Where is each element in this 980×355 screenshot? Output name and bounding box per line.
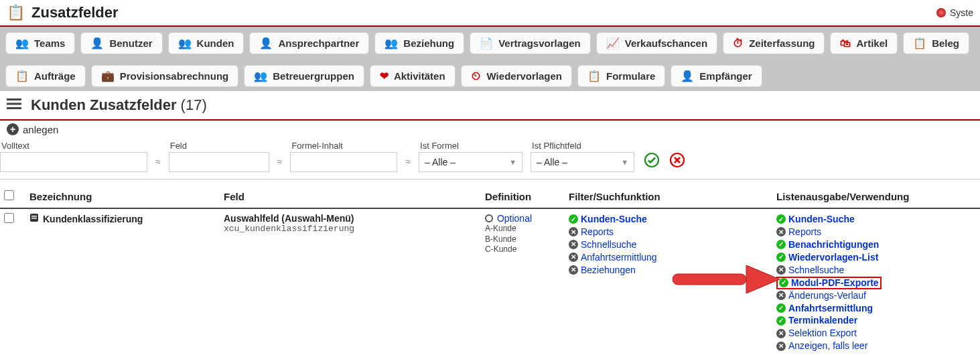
feature-toggle[interactable]: ✕Beziehungen	[569, 264, 776, 277]
tab-label: Wiedervorlagen	[487, 70, 562, 82]
feature-toggle[interactable]: ✕Anzeigen, falls leer	[776, 340, 976, 352]
tab-zeiterfassung[interactable]: ⏱Zeiterfassung	[723, 32, 825, 54]
tab-icon: 👤	[259, 37, 273, 50]
feature-link[interactable]: Reports	[581, 226, 614, 238]
x-icon: ✕	[569, 253, 578, 262]
tab-ansprechpartner[interactable]: 👤Ansprechpartner	[249, 32, 369, 54]
feature-link[interactable]: Terminkalender	[788, 314, 857, 327]
x-icon: ✕	[569, 240, 578, 249]
col-bezeichnung[interactable]: Bezeichnung	[29, 191, 224, 202]
row-name[interactable]: Kundenklassifizierung	[29, 213, 224, 224]
col-filter[interactable]: Filter/Suchfunktion	[569, 191, 776, 202]
filter-formel-label: Formel-Inhalt	[290, 141, 397, 152]
svg-rect-1	[7, 102, 21, 104]
tab-label: Artikel	[856, 38, 888, 49]
tab-formulare[interactable]: 📋Formulare	[577, 65, 665, 87]
filter-bar: Volltext ≈ Feld ≈ Formel-Inhalt ≈ Ist Fo…	[0, 138, 980, 180]
feature-link[interactable]: Modul-PDF-Exporte	[791, 277, 879, 289]
section-title: Kunden Zusatzfelder	[31, 96, 177, 114]
filter-istformel-select[interactable]: – Alle – ▼	[419, 152, 522, 172]
tab-aufträge[interactable]: 📋Aufträge	[5, 65, 86, 87]
tab-label: Formulare	[606, 70, 655, 82]
clear-filter-button[interactable]	[669, 152, 685, 172]
feature-link[interactable]: Selektion Export	[788, 327, 857, 340]
feature-toggle[interactable]: ✕Reports	[776, 226, 976, 238]
select-all-checkbox[interactable]	[4, 190, 14, 200]
tab-beleg[interactable]: 📋Beleg	[903, 32, 969, 54]
approx-icon: ≈	[405, 156, 411, 172]
filter-formel-input[interactable]	[290, 152, 397, 172]
definition-link[interactable]: Optional	[497, 213, 532, 224]
tab-empfänger[interactable]: 👤Empfänger	[671, 65, 762, 87]
tab-artikel[interactable]: 🛍Artikel	[830, 32, 898, 54]
chevron-down-icon: ▼	[621, 158, 628, 166]
x-icon: ✕	[776, 227, 786, 236]
feature-toggle[interactable]: ✕Reports	[569, 226, 776, 238]
feature-link[interactable]: Kunden-Suche	[788, 213, 855, 226]
tab-icon: 👥	[15, 37, 29, 50]
tab-aktivitäten[interactable]: ❤Aktivitäten	[370, 65, 456, 87]
field-icon	[29, 213, 39, 224]
feature-link[interactable]: Reports	[788, 226, 821, 238]
toolbar: + anlegen	[0, 121, 980, 138]
feature-toggle[interactable]: ✓Benachrichtigungen	[776, 238, 976, 251]
feature-link[interactable]: Änderungs-Verlauf	[788, 289, 866, 302]
feature-toggle[interactable]: ✕Anfahrtsermittlung	[569, 251, 776, 264]
feature-link[interactable]: Beziehungen	[581, 264, 636, 277]
feature-toggle[interactable]: ✓Modul-PDF-Exporte	[779, 277, 879, 289]
feature-toggle[interactable]: ✕Änderungs-Verlauf	[776, 289, 976, 302]
filter-feld-input[interactable]	[169, 152, 269, 172]
tab-vertragsvorlagen[interactable]: 📄Vertragsvorlagen	[470, 32, 591, 54]
feature-link[interactable]: Anfahrtsermittlung	[788, 302, 873, 315]
tab-label: Verkaufschancen	[625, 38, 707, 49]
feature-link[interactable]: Schnellsuche	[581, 238, 636, 251]
filter-volltext-input[interactable]	[0, 152, 147, 172]
feature-link[interactable]: Schnellsuche	[788, 264, 844, 277]
add-button[interactable]: + anlegen	[7, 123, 58, 135]
tab-wiedervorlagen[interactable]: ⏲Wiedervorlagen	[461, 65, 572, 87]
feature-toggle[interactable]: ✓Kunden-Suche	[569, 213, 776, 226]
tab-icon: 📋	[15, 70, 29, 82]
col-output[interactable]: Listenausgabe/Verwendung	[776, 191, 976, 202]
tab-label: Aktivitäten	[394, 70, 445, 82]
tab-benutzer[interactable]: 👤Benutzer	[80, 32, 162, 54]
feature-link[interactable]: Wiedervorlagen-List	[788, 251, 878, 264]
approx-icon: ≈	[155, 156, 161, 172]
tab-label: Vertragsvorlagen	[498, 38, 581, 49]
tab-icon: 💼	[101, 70, 115, 82]
feature-toggle[interactable]: ✕Schnellsuche	[569, 238, 776, 251]
tab-teams[interactable]: 👥Teams	[5, 32, 75, 54]
x-icon: ✕	[776, 342, 786, 351]
feature-link[interactable]: Anfahrtsermittlung	[581, 251, 657, 264]
tab-kunden[interactable]: 👥Kunden	[168, 32, 244, 54]
feature-link[interactable]: Benachrichtigungen	[788, 238, 879, 251]
feature-toggle[interactable]: ✓Wiedervorlagen-List	[776, 251, 976, 264]
x-icon: ✕	[569, 227, 578, 236]
col-definition[interactable]: Definition	[485, 191, 569, 202]
col-feld[interactable]: Feld	[224, 191, 485, 202]
definition-values: A-KundeB-KundeC-Kunde	[485, 224, 569, 255]
feature-link[interactable]: Kunden-Suche	[581, 213, 647, 226]
row-name-text: Kundenklassifizierung	[43, 214, 143, 224]
tab-label: Aufträge	[34, 70, 76, 82]
tab-betreuergruppen[interactable]: 👥Betreuergruppen	[244, 65, 364, 87]
tab-verkaufschancen[interactable]: 📈Verkaufschancen	[596, 32, 717, 54]
x-icon: ✕	[776, 329, 786, 338]
filter-istpflicht-select[interactable]: – Alle – ▼	[531, 152, 634, 172]
list-icon	[7, 98, 21, 113]
apply-filter-button[interactable]	[644, 152, 660, 172]
tab-beziehung[interactable]: 👥Beziehung	[374, 32, 464, 54]
tab-label: Ansprechpartner	[278, 38, 359, 49]
section-count: (17)	[181, 96, 207, 114]
tab-provisionsabrechnung[interactable]: 💼Provisionsabrechnung	[91, 65, 239, 87]
feature-toggle[interactable]: ✓Anfahrtsermittlung	[776, 302, 976, 315]
svg-rect-7	[31, 218, 37, 219]
tab-icon: ⏲	[471, 70, 482, 82]
row-definition[interactable]: Optional	[485, 213, 569, 224]
feature-link[interactable]: Anzeigen, falls leer	[788, 340, 867, 352]
feature-toggle[interactable]: ✓Terminkalender	[776, 314, 976, 327]
feature-toggle[interactable]: ✕Selektion Export	[776, 327, 976, 340]
row-checkbox[interactable]	[4, 213, 14, 223]
feature-toggle[interactable]: ✓Kunden-Suche	[776, 213, 976, 226]
feature-toggle[interactable]: ✕Schnellsuche	[776, 264, 976, 277]
